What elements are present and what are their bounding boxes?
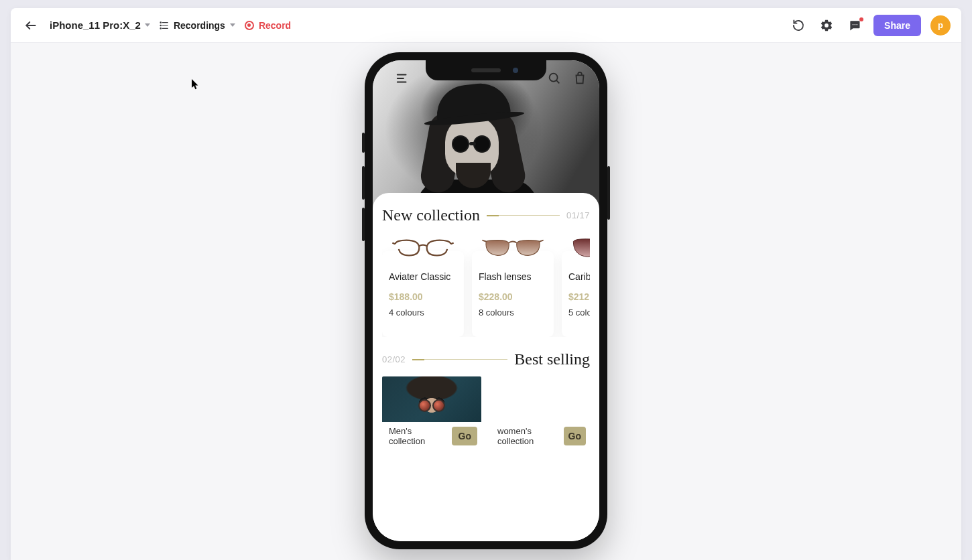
svg-point-9 [857, 23, 858, 25]
avatar-initial: p [938, 20, 943, 30]
hero-image [373, 60, 599, 214]
device-name-label: iPhone_11 Pro:X_2 [50, 19, 141, 31]
record-button[interactable]: Record [245, 20, 291, 31]
product-colours: 5 colours [568, 307, 590, 318]
recordings-dropdown[interactable]: Recordings [160, 20, 235, 31]
section-title: Best selling [514, 350, 590, 368]
product-price: $188.00 [389, 291, 457, 302]
topbar: iPhone_11 Pro:X_2 Recordings Record [11, 8, 961, 43]
recordings-label: Recordings [174, 20, 225, 31]
collection-tile-men[interactable]: Men's collection Go [382, 376, 481, 450]
svg-point-4 [160, 25, 161, 25]
product-price: $228.00 [479, 291, 547, 302]
chevron-down-icon [145, 23, 150, 27]
product-colours: 4 colours [389, 307, 457, 318]
tile-row: Men's collection Go [382, 376, 590, 454]
section-title: New collection [382, 206, 480, 224]
product-price: $212.00 [568, 291, 590, 302]
go-label: Go [568, 431, 581, 441]
section-pager: 02/02 [382, 354, 406, 364]
product-card[interactable]: Aviater Classic $188.00 4 colours [382, 240, 464, 337]
device-frame: New collection 01/17 [365, 52, 607, 549]
product-name: Aviater Classic [389, 271, 457, 282]
go-label: Go [459, 431, 471, 441]
chevron-down-icon [230, 23, 235, 27]
tile-label: women's collection [497, 426, 558, 447]
search-icon[interactable] [547, 71, 562, 86]
divider [487, 215, 560, 216]
device-screen[interactable]: New collection 01/17 [373, 60, 599, 541]
divider [412, 359, 507, 360]
svg-point-6 [160, 27, 161, 28]
collection-tile-women[interactable]: women's collection Go [491, 376, 590, 450]
list-icon [160, 21, 169, 30]
svg-line-14 [556, 80, 559, 83]
product-card[interactable]: Flash lenses $228.00 8 colours [472, 240, 554, 337]
product-image [391, 235, 455, 261]
svg-point-8 [855, 23, 856, 25]
record-label: Record [259, 20, 291, 31]
section-pager: 01/17 [566, 210, 590, 220]
tile-label: Men's collection [389, 426, 446, 447]
record-icon [245, 21, 254, 30]
product-image [481, 235, 545, 261]
product-card[interactable]: Caribbean $212.00 5 colours [562, 240, 590, 337]
product-colours: 8 colours [479, 307, 547, 318]
refresh-button[interactable] [789, 16, 808, 35]
go-button[interactable]: Go [564, 427, 586, 445]
svg-point-2 [160, 21, 161, 22]
user-avatar[interactable]: p [930, 15, 951, 36]
content-sheet: New collection 01/17 [373, 193, 599, 541]
go-button[interactable]: Go [452, 427, 477, 445]
device-notch [426, 60, 546, 80]
section-header-new-collection: New collection 01/17 [382, 206, 590, 224]
product-image [571, 235, 591, 261]
share-button[interactable]: Share [873, 15, 921, 36]
settings-button[interactable] [817, 16, 836, 35]
product-scroll[interactable]: Aviater Classic $188.00 4 colours [382, 232, 590, 337]
bag-icon[interactable] [572, 71, 587, 86]
device-name-dropdown[interactable]: iPhone_11 Pro:X_2 [50, 19, 150, 31]
canvas: New collection 01/17 [11, 43, 961, 560]
back-button[interactable] [21, 16, 40, 35]
section-header-best-selling: Best selling 02/02 [382, 350, 590, 368]
product-name: Caribbean [568, 271, 590, 282]
svg-point-13 [550, 74, 558, 82]
svg-point-7 [853, 23, 854, 25]
comments-button[interactable] [845, 16, 864, 35]
product-name: Flash lenses [479, 271, 547, 282]
menu-icon[interactable] [396, 71, 410, 86]
share-label: Share [884, 20, 910, 31]
